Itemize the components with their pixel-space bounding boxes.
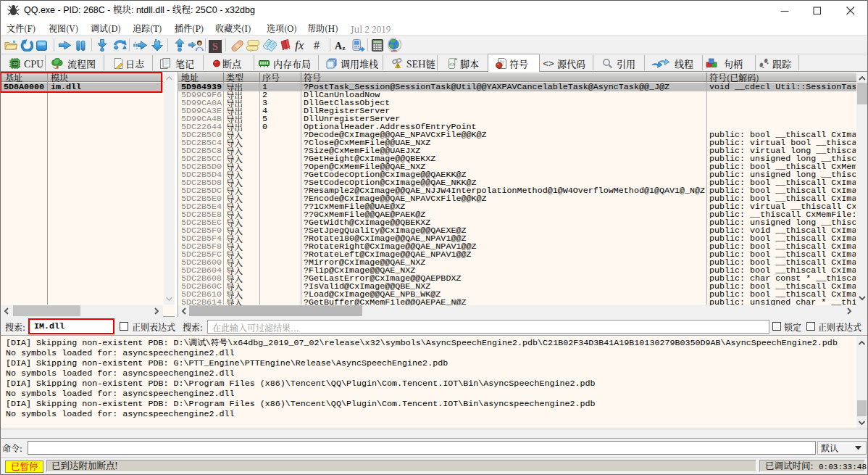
svg-text:z: z xyxy=(343,44,346,51)
svg-text:fx: fx xyxy=(295,38,304,51)
svg-text:<>: <> xyxy=(449,62,455,67)
svg-text:#: # xyxy=(314,39,320,51)
svg-text:S: S xyxy=(212,41,218,52)
svg-text:32: 32 xyxy=(12,62,17,66)
svg-text:<>: <> xyxy=(543,58,554,69)
svg-text:A: A xyxy=(335,41,343,51)
